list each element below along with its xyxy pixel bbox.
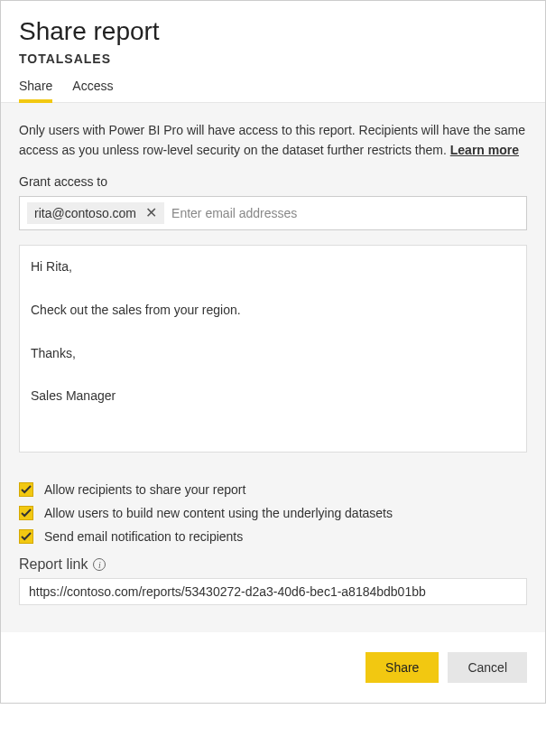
checkbox-allow-reshare[interactable] — [19, 482, 33, 497]
email-input[interactable] — [171, 206, 519, 220]
option-allow-reshare: Allow recipients to share your report — [19, 482, 527, 497]
grant-access-label: Grant access to — [19, 174, 527, 189]
checkmark-icon — [21, 531, 32, 542]
message-textarea[interactable] — [19, 245, 527, 453]
info-icon[interactable]: i — [93, 558, 106, 571]
checkbox-allow-build[interactable] — [19, 506, 33, 520]
dialog-title: Share report — [19, 17, 527, 46]
checkbox-send-email[interactable] — [19, 529, 33, 544]
dialog-footer: Share Cancel — [1, 632, 545, 703]
checkmark-icon — [21, 508, 32, 518]
checkmark-icon — [21, 484, 32, 495]
report-link-label: Report link i — [19, 556, 527, 573]
option-allow-build: Allow users to build new content using t… — [19, 506, 527, 520]
report-name: TOTALSALES — [19, 51, 527, 66]
option-send-email: Send email notification to recipients — [19, 529, 527, 544]
checkbox-label: Send email notification to recipients — [44, 529, 243, 544]
cancel-button[interactable]: Cancel — [448, 652, 527, 683]
info-text: Only users with Power BI Pro will have a… — [19, 121, 527, 160]
checkbox-label: Allow recipients to share your report — [44, 482, 245, 497]
tab-bar: Share Access — [1, 79, 545, 103]
dialog-body: Only users with Power BI Pro will have a… — [1, 103, 545, 632]
tab-share[interactable]: Share — [19, 79, 52, 102]
report-link-label-text: Report link — [19, 556, 88, 573]
share-report-dialog: Share report TOTALSALES Share Access Onl… — [0, 0, 546, 704]
report-link-input[interactable] — [19, 578, 527, 605]
learn-more-link[interactable]: Learn more — [450, 143, 519, 157]
email-chip: rita@contoso.com ✕ — [27, 202, 164, 224]
email-chip-text: rita@contoso.com — [34, 206, 136, 220]
email-address-field[interactable]: rita@contoso.com ✕ — [19, 196, 527, 230]
share-button[interactable]: Share — [366, 652, 439, 683]
tab-access[interactable]: Access — [72, 79, 113, 102]
checkbox-label: Allow users to build new content using t… — [44, 506, 393, 520]
dialog-header: Share report TOTALSALES — [1, 1, 545, 66]
remove-chip-icon[interactable]: ✕ — [145, 206, 157, 220]
